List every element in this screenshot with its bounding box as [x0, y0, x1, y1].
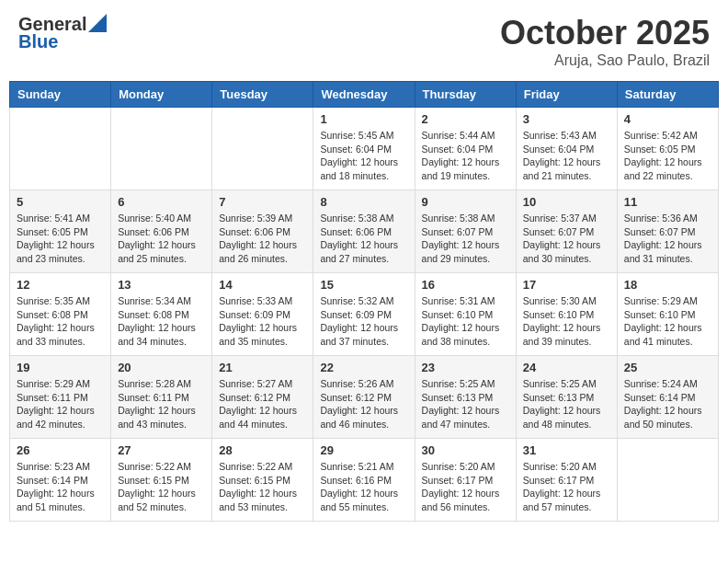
calendar-cell-5-4: 29Sunrise: 5:21 AM Sunset: 6:16 PM Dayli…: [313, 439, 415, 522]
day-number: 14: [219, 278, 306, 292]
day-number: 23: [422, 361, 509, 374]
calendar-cell-2-2: 6Sunrise: 5:40 AM Sunset: 6:06 PM Daylig…: [111, 190, 212, 273]
logo-blue-text: Blue: [18, 31, 58, 52]
day-number: 5: [17, 195, 104, 209]
day-number: 21: [219, 361, 306, 374]
day-number: 20: [118, 361, 205, 374]
cell-content: Sunrise: 5:38 AM Sunset: 6:07 PM Dayligh…: [422, 212, 509, 266]
day-number: 19: [17, 361, 104, 374]
cell-content: Sunrise: 5:41 AM Sunset: 6:05 PM Dayligh…: [17, 212, 104, 266]
day-number: 29: [320, 443, 407, 457]
cell-content: Sunrise: 5:42 AM Sunset: 6:05 PM Dayligh…: [624, 129, 711, 183]
weekday-header-wednesday: Wednesday: [313, 82, 415, 108]
day-number: 16: [422, 278, 509, 292]
week-row-5: 26Sunrise: 5:23 AM Sunset: 6:14 PM Dayli…: [10, 439, 719, 522]
day-number: 26: [17, 443, 104, 457]
week-row-3: 12Sunrise: 5:35 AM Sunset: 6:08 PM Dayli…: [10, 273, 719, 356]
calendar-cell-5-5: 30Sunrise: 5:20 AM Sunset: 6:17 PM Dayli…: [415, 439, 516, 522]
calendar-cell-4-5: 23Sunrise: 5:25 AM Sunset: 6:13 PM Dayli…: [415, 356, 516, 439]
cell-content: Sunrise: 5:31 AM Sunset: 6:10 PM Dayligh…: [422, 294, 509, 349]
cell-content: Sunrise: 5:24 AM Sunset: 6:14 PM Dayligh…: [624, 377, 711, 431]
title-block: October 2025 Aruja, Sao Paulo, Brazil: [500, 14, 710, 69]
cell-content: Sunrise: 5:23 AM Sunset: 6:14 PM Dayligh…: [17, 460, 104, 514]
calendar-cell-1-4: 1Sunrise: 5:45 AM Sunset: 6:04 PM Daylig…: [313, 108, 415, 190]
cell-content: Sunrise: 5:32 AM Sunset: 6:09 PM Dayligh…: [320, 294, 407, 349]
calendar-cell-3-7: 18Sunrise: 5:29 AM Sunset: 6:10 PM Dayli…: [617, 273, 718, 356]
weekday-header-tuesday: Tuesday: [212, 82, 313, 108]
cell-content: Sunrise: 5:21 AM Sunset: 6:16 PM Dayligh…: [320, 460, 407, 514]
cell-content: Sunrise: 5:40 AM Sunset: 6:06 PM Dayligh…: [118, 212, 205, 266]
day-number: 3: [523, 112, 610, 126]
day-number: 22: [320, 361, 407, 374]
calendar-cell-3-2: 13Sunrise: 5:34 AM Sunset: 6:08 PM Dayli…: [111, 273, 212, 356]
calendar-cell-4-1: 19Sunrise: 5:29 AM Sunset: 6:11 PM Dayli…: [10, 356, 111, 439]
day-number: 1: [320, 112, 407, 126]
cell-content: Sunrise: 5:36 AM Sunset: 6:07 PM Dayligh…: [624, 212, 711, 266]
day-number: 27: [118, 443, 205, 457]
calendar-cell-5-1: 26Sunrise: 5:23 AM Sunset: 6:14 PM Dayli…: [10, 439, 111, 522]
day-number: 11: [624, 195, 711, 209]
week-row-2: 5Sunrise: 5:41 AM Sunset: 6:05 PM Daylig…: [10, 190, 719, 273]
calendar-cell-2-3: 7Sunrise: 5:39 AM Sunset: 6:06 PM Daylig…: [212, 190, 313, 273]
day-number: 7: [219, 195, 306, 209]
day-number: 8: [320, 195, 407, 209]
location: Aruja, Sao Paulo, Brazil: [500, 52, 710, 69]
weekday-header-monday: Monday: [111, 82, 212, 108]
day-number: 17: [523, 278, 610, 292]
weekday-header-sunday: Sunday: [10, 82, 111, 108]
cell-content: Sunrise: 5:38 AM Sunset: 6:06 PM Dayligh…: [320, 212, 407, 266]
calendar-cell-1-1: [10, 108, 111, 190]
calendar-cell-1-2: [111, 108, 212, 190]
cell-content: Sunrise: 5:34 AM Sunset: 6:08 PM Dayligh…: [118, 294, 205, 349]
week-row-1: 1Sunrise: 5:45 AM Sunset: 6:04 PM Daylig…: [10, 108, 719, 190]
calendar-cell-2-7: 11Sunrise: 5:36 AM Sunset: 6:07 PM Dayli…: [617, 190, 718, 273]
weekday-header-friday: Friday: [516, 82, 617, 108]
weekday-header-row: SundayMondayTuesdayWednesdayThursdayFrid…: [10, 82, 719, 108]
cell-content: Sunrise: 5:44 AM Sunset: 6:04 PM Dayligh…: [422, 129, 509, 183]
calendar-table: SundayMondayTuesdayWednesdayThursdayFrid…: [9, 81, 719, 522]
calendar-cell-3-4: 15Sunrise: 5:32 AM Sunset: 6:09 PM Dayli…: [313, 273, 415, 356]
calendar-cell-4-3: 21Sunrise: 5:27 AM Sunset: 6:12 PM Dayli…: [212, 356, 313, 439]
calendar-cell-5-2: 27Sunrise: 5:22 AM Sunset: 6:15 PM Dayli…: [111, 439, 212, 522]
cell-content: Sunrise: 5:29 AM Sunset: 6:11 PM Dayligh…: [17, 377, 104, 431]
day-number: 18: [624, 278, 711, 292]
week-row-4: 19Sunrise: 5:29 AM Sunset: 6:11 PM Dayli…: [10, 356, 719, 439]
calendar-cell-1-7: 4Sunrise: 5:42 AM Sunset: 6:05 PM Daylig…: [617, 108, 718, 190]
day-number: 10: [523, 195, 610, 209]
calendar-cell-2-4: 8Sunrise: 5:38 AM Sunset: 6:06 PM Daylig…: [313, 190, 415, 273]
day-number: 15: [320, 278, 407, 292]
calendar-cell-1-5: 2Sunrise: 5:44 AM Sunset: 6:04 PM Daylig…: [415, 108, 516, 190]
cell-content: Sunrise: 5:43 AM Sunset: 6:04 PM Dayligh…: [523, 129, 610, 183]
calendar-cell-3-6: 17Sunrise: 5:30 AM Sunset: 6:10 PM Dayli…: [516, 273, 617, 356]
cell-content: Sunrise: 5:28 AM Sunset: 6:11 PM Dayligh…: [118, 377, 205, 431]
day-number: 2: [422, 112, 509, 126]
calendar-cell-2-6: 10Sunrise: 5:37 AM Sunset: 6:07 PM Dayli…: [516, 190, 617, 273]
cell-content: Sunrise: 5:27 AM Sunset: 6:12 PM Dayligh…: [219, 377, 306, 431]
cell-content: Sunrise: 5:25 AM Sunset: 6:13 PM Dayligh…: [523, 377, 610, 431]
day-number: 13: [118, 278, 205, 292]
day-number: 31: [523, 443, 610, 457]
cell-content: Sunrise: 5:20 AM Sunset: 6:17 PM Dayligh…: [422, 460, 509, 514]
cell-content: Sunrise: 5:22 AM Sunset: 6:15 PM Dayligh…: [219, 460, 306, 514]
cell-content: Sunrise: 5:25 AM Sunset: 6:13 PM Dayligh…: [422, 377, 509, 431]
day-number: 6: [118, 195, 205, 209]
logo-triangle-icon: [88, 14, 107, 32]
cell-content: Sunrise: 5:20 AM Sunset: 6:17 PM Dayligh…: [523, 460, 610, 514]
cell-content: Sunrise: 5:37 AM Sunset: 6:07 PM Dayligh…: [523, 212, 610, 266]
cell-content: Sunrise: 5:45 AM Sunset: 6:04 PM Dayligh…: [320, 129, 407, 183]
calendar-cell-1-3: [212, 108, 313, 190]
calendar-cell-2-5: 9Sunrise: 5:38 AM Sunset: 6:07 PM Daylig…: [415, 190, 516, 273]
weekday-header-saturday: Saturday: [617, 82, 718, 108]
cell-content: Sunrise: 5:22 AM Sunset: 6:15 PM Dayligh…: [118, 460, 205, 514]
weekday-header-thursday: Thursday: [415, 82, 516, 108]
cell-content: Sunrise: 5:26 AM Sunset: 6:12 PM Dayligh…: [320, 377, 407, 431]
calendar-cell-1-6: 3Sunrise: 5:43 AM Sunset: 6:04 PM Daylig…: [516, 108, 617, 190]
cell-content: Sunrise: 5:33 AM Sunset: 6:09 PM Dayligh…: [219, 294, 306, 349]
cell-content: Sunrise: 5:35 AM Sunset: 6:08 PM Dayligh…: [17, 294, 104, 349]
calendar-cell-4-4: 22Sunrise: 5:26 AM Sunset: 6:12 PM Dayli…: [313, 356, 415, 439]
day-number: 9: [422, 195, 509, 209]
day-number: 4: [624, 112, 711, 126]
day-number: 28: [219, 443, 306, 457]
calendar-cell-2-1: 5Sunrise: 5:41 AM Sunset: 6:05 PM Daylig…: [10, 190, 111, 273]
calendar-cell-3-1: 12Sunrise: 5:35 AM Sunset: 6:08 PM Dayli…: [10, 273, 111, 356]
